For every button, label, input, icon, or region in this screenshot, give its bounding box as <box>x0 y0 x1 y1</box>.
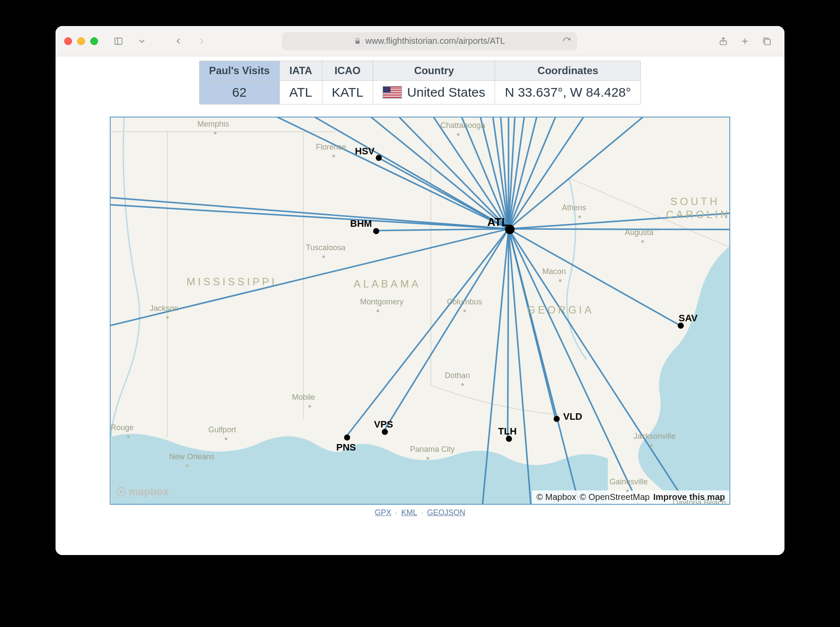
svg-line-15 <box>508 229 509 438</box>
city-dot <box>186 464 188 467</box>
airport-dot-hsv[interactable] <box>376 155 382 161</box>
city-dot <box>578 216 581 218</box>
minimize-window-button[interactable] <box>77 37 85 45</box>
airport-dot-atl[interactable] <box>505 225 515 234</box>
close-window-button[interactable] <box>64 37 72 45</box>
icao-header: ICAO <box>322 61 373 81</box>
page-content: Paul's Visits 62 IATA ATL ICAO KATL Coun… <box>56 56 784 555</box>
city-dot <box>127 435 130 438</box>
city-dot <box>225 438 227 440</box>
separator: · <box>421 508 423 517</box>
city-dot <box>559 279 561 282</box>
svg-rect-5 <box>765 39 770 45</box>
city-dot <box>308 405 311 408</box>
icao-value: KATL <box>322 81 373 104</box>
download-links: GPX · KML · GEOJSON <box>375 508 465 517</box>
svg-rect-6 <box>111 118 729 504</box>
country-value: United States <box>373 81 495 104</box>
city-dot <box>214 132 217 134</box>
window-controls <box>64 37 98 45</box>
zoom-window-button[interactable] <box>90 37 98 45</box>
attr-mapbox[interactable]: © Mapbox <box>536 492 576 502</box>
map-svg <box>111 118 729 504</box>
svg-rect-0 <box>115 38 122 44</box>
city-dot <box>641 240 644 243</box>
airport-dot-pns[interactable] <box>344 434 350 441</box>
city-dot <box>322 255 325 258</box>
mapbox-logo-text: mapbox <box>129 486 169 498</box>
airport-dot-sav[interactable] <box>678 323 684 329</box>
mapbox-icon <box>116 487 126 497</box>
geojson-link[interactable]: GEOJSON <box>427 508 465 517</box>
address-bar[interactable]: www.flighthistorian.com/airports/ATL <box>282 32 577 50</box>
tab-group-dropdown[interactable] <box>133 33 151 49</box>
coords-value: N 33.637°, W 84.428° <box>495 81 640 104</box>
browser-toolbar: www.flighthistorian.com/airports/ATL <box>56 26 784 56</box>
back-button[interactable] <box>169 33 187 49</box>
iata-value: ATL <box>280 81 322 104</box>
city-dot <box>650 444 653 447</box>
improve-map-link[interactable]: Improve this map <box>653 492 725 502</box>
share-button[interactable] <box>714 33 732 49</box>
separator: · <box>395 508 397 517</box>
city-dot <box>427 457 429 460</box>
map-attribution: © Mapbox © OpenStreetMap Improve this ma… <box>532 490 729 504</box>
airport-dot-vld[interactable] <box>554 416 560 422</box>
city-dot <box>461 383 464 386</box>
safari-window: www.flighthistorian.com/airports/ATL Pau… <box>56 26 784 555</box>
city-dot <box>166 316 169 319</box>
visits-value: 62 <box>200 81 279 104</box>
forward-button[interactable] <box>193 33 211 49</box>
icao-column: ICAO KATL <box>322 61 374 104</box>
tab-overview-button[interactable] <box>758 33 776 49</box>
svg-line-22 <box>509 229 729 230</box>
iata-column: IATA ATL <box>280 61 322 104</box>
url-text: www.flighthistorian.com/airports/ATL <box>365 36 505 46</box>
coords-header: Coordinates <box>495 61 640 81</box>
city-dot <box>626 490 629 492</box>
city-dot <box>332 155 335 157</box>
country-text: United States <box>407 85 485 100</box>
city-dot <box>377 310 379 312</box>
country-header: Country <box>373 61 495 81</box>
country-column: Country United States <box>373 61 495 104</box>
visits-header: Paul's Visits <box>200 61 279 81</box>
us-flag-icon <box>383 86 402 98</box>
visits-column: Paul's Visits 62 <box>200 61 280 104</box>
iata-header: IATA <box>280 61 322 81</box>
flight-map[interactable]: mapbox © Mapbox © OpenStreetMap Improve … <box>110 117 730 505</box>
mapbox-logo[interactable]: mapbox <box>116 486 169 498</box>
kml-link[interactable]: KML <box>401 508 417 517</box>
reload-icon[interactable] <box>562 37 571 46</box>
airport-info-table: Paul's Visits 62 IATA ATL ICAO KATL Coun… <box>199 61 641 104</box>
lock-icon <box>354 38 361 45</box>
city-dot <box>457 133 459 136</box>
gpx-link[interactable]: GPX <box>375 508 391 517</box>
city-dot <box>463 310 466 312</box>
airport-dot-tlh[interactable] <box>506 436 512 442</box>
airport-dot-vps[interactable] <box>382 429 388 435</box>
airport-dot-bhm[interactable] <box>373 228 379 234</box>
coords-column: Coordinates N 33.637°, W 84.428° <box>495 61 640 104</box>
new-tab-button[interactable] <box>736 33 754 49</box>
sidebar-toggle-button[interactable] <box>109 33 128 49</box>
attr-osm[interactable]: © OpenStreetMap <box>580 492 650 502</box>
